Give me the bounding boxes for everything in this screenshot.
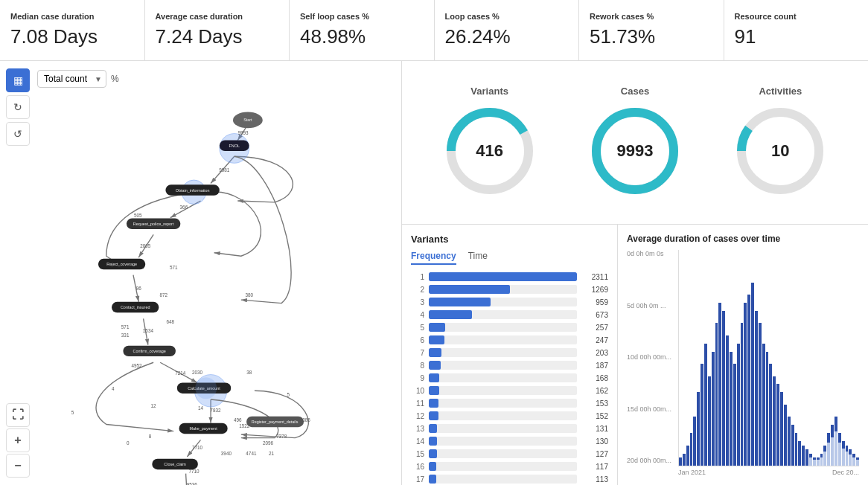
variants-tab-frequency[interactable]: Frequency <box>411 251 456 265</box>
bar-col <box>693 250 696 466</box>
bar-col <box>718 250 721 466</box>
svg-text:7832: 7832 <box>210 408 221 413</box>
svg-text:4: 4 <box>112 386 115 391</box>
stat-value-1: 7.24 Days <box>156 25 279 48</box>
bar-dark <box>784 405 787 466</box>
stat-label-5: Resource count <box>735 12 858 21</box>
stat-card-5: Resource count 91 <box>724 0 869 60</box>
duration-chart-panel: Average duration of cases over time 0d 0… <box>618 225 868 485</box>
bar-dark <box>842 441 845 449</box>
svg-text:2096: 2096 <box>263 440 274 446</box>
variant-count: 117 <box>581 463 608 471</box>
bar-dark <box>769 364 772 466</box>
bar-dark <box>831 425 834 437</box>
chart-area: 0d 0h 0m 0s5d 00h 0m ...10d 00h 00m...15… <box>627 250 859 476</box>
donut-item-cases: Cases 9993 <box>587 86 683 199</box>
list-item: 6 247 <box>411 335 608 344</box>
variants-tab-time[interactable]: Time <box>468 251 488 265</box>
bar-dark <box>791 425 794 466</box>
bar-col <box>788 250 791 466</box>
zoom-in-button[interactable]: + <box>6 428 30 452</box>
svg-text:Request_police_report: Request_police_report <box>133 222 174 226</box>
percent-label: % <box>111 74 119 84</box>
y-label-3: 15d 00h 00m... <box>627 405 675 413</box>
variant-num: 1 <box>411 273 424 281</box>
bar-col <box>712 250 715 466</box>
variant-num: 6 <box>411 336 424 344</box>
refresh-ccw-button[interactable]: ↺ <box>6 122 30 146</box>
bar-dark <box>780 392 783 466</box>
variant-bar <box>429 298 491 306</box>
variant-count: 673 <box>581 311 608 319</box>
bar-col <box>823 250 826 466</box>
stat-label-0: Median case duration <box>10 12 134 21</box>
left-toolbar: ▦ ↻ ↺ <box>6 68 30 146</box>
svg-text:872: 872 <box>159 292 167 298</box>
stat-card-0: Median case duration 7.08 Days <box>0 0 145 60</box>
bar-col <box>827 250 830 466</box>
donut-item-activities: Activities 10 <box>732 86 829 199</box>
x-label-0: Jan 2021 <box>678 469 706 476</box>
bar-dark <box>751 283 754 466</box>
list-item: 4 673 <box>411 310 608 319</box>
variant-num: 2 <box>411 286 424 294</box>
bar-col <box>835 250 837 466</box>
bar-col <box>741 250 744 466</box>
bar-col <box>726 250 729 466</box>
bar-dark <box>726 335 729 466</box>
y-label-2: 10d 00h 00m... <box>627 353 675 361</box>
bar-col <box>683 250 686 466</box>
bar-col <box>846 250 849 466</box>
zoom-out-button[interactable]: − <box>6 454 30 478</box>
bar-dark <box>835 417 837 431</box>
bar-col <box>704 250 707 466</box>
bar-dark <box>755 311 758 466</box>
variant-count: 153 <box>581 399 608 408</box>
variant-count: 127 <box>581 450 608 458</box>
stat-value-0: 7.08 Days <box>10 25 134 48</box>
stat-card-3: Loop cases % 26.24% <box>435 0 580 60</box>
bar-col <box>802 250 805 466</box>
variant-bar <box>429 462 436 471</box>
list-item: 8 187 <box>411 361 608 370</box>
bar-dark <box>762 344 765 466</box>
refresh-cw-button[interactable]: ↻ <box>6 95 30 119</box>
list-item: 15 127 <box>411 449 608 458</box>
bar-chart-button[interactable]: ▦ <box>6 68 30 92</box>
bar-col <box>762 250 765 466</box>
bar-col <box>751 250 754 466</box>
svg-text:366: 366 <box>180 205 188 210</box>
svg-text:2030: 2030 <box>192 370 203 375</box>
list-item: 3 959 <box>411 298 608 306</box>
donut-container-2: 10 <box>732 103 829 199</box>
variant-num: 13 <box>411 425 424 433</box>
bar-col <box>697 250 700 466</box>
bar-dark <box>741 323 744 466</box>
bar-col <box>838 250 841 466</box>
bar-light <box>852 457 855 466</box>
variant-bar-container <box>429 335 577 344</box>
bar-col <box>744 250 747 466</box>
bar-light <box>813 460 816 466</box>
bar-col <box>831 250 834 466</box>
process-map-svg: 9993 9981 366 2005 86 1534 7214 7832 771… <box>0 94 401 485</box>
variant-bar <box>429 449 437 458</box>
svg-text:7710: 7710 <box>188 469 200 474</box>
variant-count: 959 <box>581 298 608 306</box>
variant-num: 3 <box>411 298 424 306</box>
svg-text:7386: 7386 <box>300 417 311 423</box>
bar-col <box>817 250 820 466</box>
y-label-4: 20d 00h 00m... <box>627 457 675 464</box>
donut-container-1: 9993 <box>587 103 683 199</box>
metric-dropdown[interactable]: Total count <box>37 70 106 88</box>
bar-dark <box>773 376 776 466</box>
svg-text:86: 86 <box>136 286 142 291</box>
variant-count: 113 <box>581 475 608 484</box>
variant-bar-container <box>429 298 577 306</box>
bar-dark <box>718 303 721 466</box>
bar-light <box>831 437 834 466</box>
bar-col <box>755 250 758 466</box>
list-item: 5 257 <box>411 323 608 332</box>
donut-value-0: 416 <box>476 141 503 161</box>
fit-screen-button[interactable]: ⛶ <box>6 403 30 427</box>
